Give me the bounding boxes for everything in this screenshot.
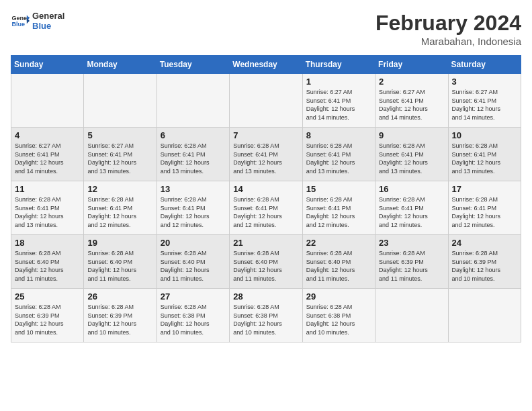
day-info: Sunrise: 6:28 AM Sunset: 6:41 PM Dayligh… [161, 142, 226, 175]
header-day-monday: Monday [84, 56, 157, 74]
logo-general: General [32, 11, 64, 21]
logo-icon: General Blue [11, 11, 30, 30]
header-day-thursday: Thursday [302, 56, 375, 74]
day-info: Sunrise: 6:27 AM Sunset: 6:41 PM Dayligh… [87, 142, 152, 175]
calendar-subtitle: Marabahan, Indonesia [375, 36, 521, 47]
calendar-cell: 6Sunrise: 6:28 AM Sunset: 6:41 PM Daylig… [157, 128, 229, 181]
day-info: Sunrise: 6:28 AM Sunset: 6:39 PM Dayligh… [15, 303, 80, 336]
calendar-cell: 4Sunrise: 6:27 AM Sunset: 6:41 PM Daylig… [11, 128, 84, 181]
day-number: 26 [87, 291, 152, 302]
day-number: 19 [87, 238, 152, 248]
day-info: Sunrise: 6:28 AM Sunset: 6:40 PM Dayligh… [87, 249, 152, 283]
day-number: 10 [452, 130, 517, 140]
calendar-cell [157, 74, 229, 128]
calendar-cell: 7Sunrise: 6:28 AM Sunset: 6:41 PM Daylig… [230, 128, 302, 181]
day-info: Sunrise: 6:28 AM Sunset: 6:41 PM Dayligh… [161, 195, 226, 229]
calendar-cell: 25Sunrise: 6:28 AM Sunset: 6:39 PM Dayli… [11, 289, 84, 342]
logo: General Blue General Blue [11, 11, 64, 31]
calendar-cell: 10Sunrise: 6:28 AM Sunset: 6:41 PM Dayli… [448, 128, 521, 181]
header-day-friday: Friday [375, 56, 448, 74]
calendar-cell: 1Sunrise: 6:27 AM Sunset: 6:41 PM Daylig… [302, 74, 375, 128]
day-number: 13 [161, 184, 226, 194]
day-number: 11 [15, 184, 80, 194]
day-info: Sunrise: 6:28 AM Sunset: 6:41 PM Dayligh… [233, 142, 298, 175]
day-number: 15 [306, 184, 371, 194]
calendar-cell: 19Sunrise: 6:28 AM Sunset: 6:40 PM Dayli… [84, 235, 157, 289]
day-info: Sunrise: 6:27 AM Sunset: 6:41 PM Dayligh… [452, 88, 517, 122]
day-number: 2 [379, 77, 444, 87]
calendar-cell: 16Sunrise: 6:28 AM Sunset: 6:41 PM Dayli… [375, 181, 448, 235]
calendar-cell: 17Sunrise: 6:28 AM Sunset: 6:41 PM Dayli… [448, 181, 521, 235]
calendar-cell [11, 74, 84, 128]
title-block: February 2024 Marabahan, Indonesia [375, 11, 521, 47]
day-number: 22 [306, 238, 371, 248]
header-day-sunday: Sunday [11, 56, 84, 74]
day-number: 3 [452, 77, 517, 87]
calendar-cell: 27Sunrise: 6:28 AM Sunset: 6:38 PM Dayli… [157, 289, 229, 342]
week-row-3: 11Sunrise: 6:28 AM Sunset: 6:41 PM Dayli… [11, 181, 521, 235]
day-number: 5 [87, 130, 152, 140]
day-number: 23 [379, 238, 444, 248]
header-day-tuesday: Tuesday [157, 56, 229, 74]
header: General Blue General Blue February 2024 … [11, 11, 521, 47]
day-number: 14 [233, 184, 298, 194]
calendar-cell: 21Sunrise: 6:28 AM Sunset: 6:40 PM Dayli… [230, 235, 302, 289]
day-number: 7 [233, 130, 298, 140]
day-info: Sunrise: 6:28 AM Sunset: 6:38 PM Dayligh… [161, 303, 226, 336]
calendar-cell: 5Sunrise: 6:27 AM Sunset: 6:41 PM Daylig… [84, 128, 157, 181]
day-info: Sunrise: 6:28 AM Sunset: 6:41 PM Dayligh… [15, 195, 80, 229]
calendar-cell: 9Sunrise: 6:28 AM Sunset: 6:41 PM Daylig… [375, 128, 448, 181]
calendar-cell: 26Sunrise: 6:28 AM Sunset: 6:39 PM Dayli… [84, 289, 157, 342]
calendar-cell: 23Sunrise: 6:28 AM Sunset: 6:39 PM Dayli… [375, 235, 448, 289]
day-info: Sunrise: 6:28 AM Sunset: 6:40 PM Dayligh… [15, 249, 80, 283]
day-number: 4 [15, 130, 80, 140]
day-info: Sunrise: 6:28 AM Sunset: 6:41 PM Dayligh… [306, 142, 371, 175]
day-info: Sunrise: 6:28 AM Sunset: 6:41 PM Dayligh… [379, 142, 444, 175]
header-row: SundayMondayTuesdayWednesdayThursdayFrid… [11, 56, 521, 74]
calendar-cell: 15Sunrise: 6:28 AM Sunset: 6:41 PM Dayli… [302, 181, 375, 235]
day-info: Sunrise: 6:28 AM Sunset: 6:38 PM Dayligh… [233, 303, 298, 336]
day-info: Sunrise: 6:28 AM Sunset: 6:39 PM Dayligh… [87, 303, 152, 336]
calendar-cell: 22Sunrise: 6:28 AM Sunset: 6:40 PM Dayli… [302, 235, 375, 289]
week-row-1: 1Sunrise: 6:27 AM Sunset: 6:41 PM Daylig… [11, 74, 521, 128]
day-number: 1 [306, 77, 371, 87]
day-number: 24 [452, 238, 517, 248]
day-info: Sunrise: 6:28 AM Sunset: 6:39 PM Dayligh… [379, 249, 444, 283]
day-number: 28 [233, 291, 298, 302]
day-number: 25 [15, 291, 80, 302]
day-info: Sunrise: 6:28 AM Sunset: 6:40 PM Dayligh… [161, 249, 226, 283]
day-number: 21 [233, 238, 298, 248]
calendar-cell: 2Sunrise: 6:27 AM Sunset: 6:41 PM Daylig… [375, 74, 448, 128]
calendar-cell: 24Sunrise: 6:28 AM Sunset: 6:39 PM Dayli… [448, 235, 521, 289]
day-info: Sunrise: 6:28 AM Sunset: 6:41 PM Dayligh… [306, 195, 371, 229]
week-row-4: 18Sunrise: 6:28 AM Sunset: 6:40 PM Dayli… [11, 235, 521, 289]
calendar-cell: 8Sunrise: 6:28 AM Sunset: 6:41 PM Daylig… [302, 128, 375, 181]
calendar-cell: 14Sunrise: 6:28 AM Sunset: 6:41 PM Dayli… [230, 181, 302, 235]
day-info: Sunrise: 6:27 AM Sunset: 6:41 PM Dayligh… [306, 88, 371, 122]
day-number: 18 [15, 238, 80, 248]
day-number: 27 [161, 291, 226, 302]
day-info: Sunrise: 6:28 AM Sunset: 6:41 PM Dayligh… [452, 195, 517, 229]
svg-text:Blue: Blue [11, 21, 25, 28]
day-number: 6 [161, 130, 226, 140]
day-info: Sunrise: 6:28 AM Sunset: 6:40 PM Dayligh… [233, 249, 298, 283]
calendar-cell: 3Sunrise: 6:27 AM Sunset: 6:41 PM Daylig… [448, 74, 521, 128]
day-info: Sunrise: 6:28 AM Sunset: 6:41 PM Dayligh… [233, 195, 298, 229]
header-day-wednesday: Wednesday [230, 56, 302, 74]
calendar-cell [230, 74, 302, 128]
calendar-cell: 28Sunrise: 6:28 AM Sunset: 6:38 PM Dayli… [230, 289, 302, 342]
calendar-cell: 12Sunrise: 6:28 AM Sunset: 6:41 PM Dayli… [84, 181, 157, 235]
day-info: Sunrise: 6:28 AM Sunset: 6:41 PM Dayligh… [379, 195, 444, 229]
week-row-2: 4Sunrise: 6:27 AM Sunset: 6:41 PM Daylig… [11, 128, 521, 181]
calendar-cell [84, 74, 157, 128]
day-info: Sunrise: 6:28 AM Sunset: 6:38 PM Dayligh… [306, 303, 371, 336]
calendar-cell [448, 289, 521, 342]
day-number: 12 [87, 184, 152, 194]
calendar-table: SundayMondayTuesdayWednesdayThursdayFrid… [11, 55, 521, 342]
day-number: 29 [306, 291, 371, 302]
day-info: Sunrise: 6:28 AM Sunset: 6:41 PM Dayligh… [452, 142, 517, 175]
calendar-cell: 29Sunrise: 6:28 AM Sunset: 6:38 PM Dayli… [302, 289, 375, 342]
calendar-cell [375, 289, 448, 342]
day-number: 17 [452, 184, 517, 194]
calendar-cell: 20Sunrise: 6:28 AM Sunset: 6:40 PM Dayli… [157, 235, 229, 289]
